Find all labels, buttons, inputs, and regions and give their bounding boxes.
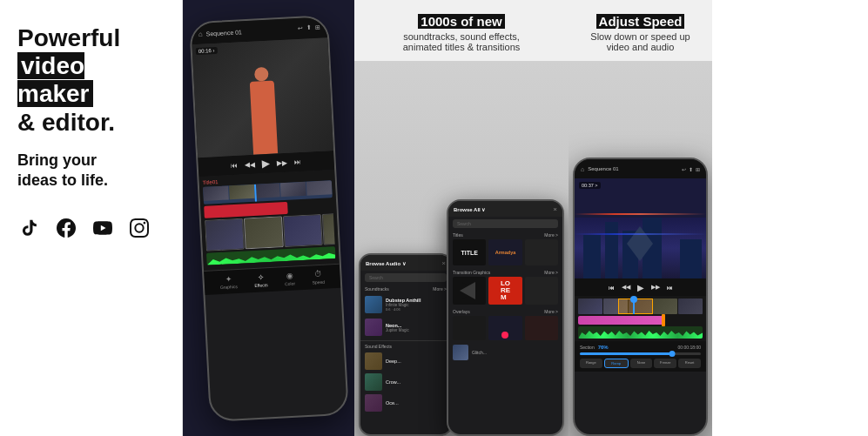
nav-color[interactable]: ◉ Color [284,271,295,286]
soundtracks-label: Soundtracks More > [360,285,451,293]
nav-effects[interactable]: ✧ Effects [253,272,267,288]
speed-time-val: 00:00:18:00 [678,345,701,350]
back-phone-audio: Browse Audio ∨ × Search Soundtracks More… [359,253,453,436]
album-art-1 [365,296,382,313]
topbar-icons: ↩ ⬆ ⊞ [297,23,320,31]
track-item-2: Neon... Jupiter Magic [360,316,451,339]
overlay-tile-2 [488,316,521,340]
fx-art-3 [365,394,382,412]
tiktok-icon[interactable] [17,216,42,240]
speed-timestamp: 00:37 > [579,182,601,189]
forward-2[interactable]: ▶▶ [651,284,660,291]
overlay-tile-1 [453,316,486,340]
speed-mode-options: Range Ramp None Freeze Reset [580,359,701,368]
speed-thumb-1 [578,298,602,314]
rewind-icon[interactable]: ◀◀ [245,160,255,169]
section-speed: Adjust Speed Slow down or speed upvideo … [569,0,712,436]
nav-label-color: Color [284,280,294,286]
speed-opt-none[interactable]: None [630,359,653,368]
soundtracks-text: Soundtracks [365,286,389,292]
skip-back-icon[interactable]: ⏮ [231,161,238,169]
skip-forward-2[interactable]: ⏭ [667,285,673,291]
play-icon[interactable]: ▶ [261,157,270,169]
browse-audio-title: Browse Audio ∨ [366,260,406,266]
youtube-icon[interactable] [91,216,115,240]
phones-container-3: Browse Audio ∨ × Search Soundtracks More… [354,61,569,436]
browse-all-search[interactable]: Search [453,219,558,228]
lorem-text: LOREM [501,280,510,301]
time-indicator: 00:16 › [195,46,217,54]
speed-opt-range[interactable]: Range [580,359,602,368]
building-1 [583,235,601,278]
pink-track [578,316,665,325]
fx-title-2: Crow... [386,379,400,385]
video-frame: 00:16 › [192,37,333,158]
speed-slider-track[interactable] [580,352,701,355]
titles-label: Titles [453,232,463,238]
share-icon: ⬆ [306,24,311,31]
export-icon-2: ⊞ [696,166,700,172]
fx-item-3: Oce... [360,392,451,413]
play-2[interactable]: ▶ [637,283,644,292]
effects-icon: ✧ [257,272,265,281]
headline-line3: & editor. [17,109,115,136]
search-placeholder: Search [369,275,383,280]
overlay-tile-3 [525,316,558,340]
speed-video-track [578,298,703,314]
section4-header: Adjust Speed Slow down or speed upvideo … [569,0,712,61]
section4-subtitle: Slow down or speed upvideo and audio [586,31,695,52]
overlays-label: Overlays [453,309,470,314]
phone-speed-mockup: ⌂ Sequence 01 ↩ ⬆ ⊞ [573,158,708,436]
speed-opt-ramp[interactable]: Ramp [604,359,629,368]
speed-opt-reset[interactable]: Reset [678,359,701,368]
front-phone-browse: Browse All ∨ × Search Titles More > TITL… [447,199,564,436]
timeline-area: Title01 [198,169,339,270]
speed-seq-title: Sequence 01 [588,166,678,171]
tagline: Bring yourideas to life. [17,151,165,191]
browse-all-close[interactable]: × [553,205,557,213]
fx-info-2: Crow... [386,379,400,385]
close-icon[interactable]: × [441,259,446,267]
trans-tile-1 [453,277,486,305]
city-video-frame: 00:37 > [575,178,706,278]
audio-search-bar[interactable]: Search [365,273,447,282]
titles-section-label: Titles More > [448,231,562,239]
fx-info-1: Deep... [386,359,401,364]
undo-icon-2: ↩ [682,166,686,172]
facebook-icon[interactable] [54,216,78,240]
orange-marker [662,314,665,326]
nav-graphics[interactable]: ✦ Graphics [219,274,238,290]
rewind-2[interactable]: ◀◀ [622,284,630,291]
browse-search-placeholder: Search [457,221,471,226]
share-icon-2: ⬆ [689,166,693,172]
fast-forward-icon[interactable]: ▶▶ [276,158,286,167]
phone-browse-audio: Browse Audio ∨ × Search Soundtracks More… [359,253,453,436]
skip-back-2[interactable]: ⏮ [609,285,615,291]
track-duration-1: 0:6 · 4:06 [386,307,421,312]
fx-art-1 [365,352,382,370]
speed-thumb-5 [678,298,703,314]
instagram-icon[interactable] [127,216,151,240]
nav-speed[interactable]: ⏱ Speed [311,269,324,285]
transitions-label: Transition Graphics [453,270,490,275]
track-info-1: Dubstep Anthill Infinite Magic 0:6 · 4:0… [386,298,421,312]
main-headline: Powerful video maker & editor. [17,24,165,137]
title-tile-3 [525,239,558,265]
speed-slider-thumb[interactable] [669,351,675,357]
light-streak-blue [575,233,706,235]
section-text: Powerful video maker & editor. Bring you… [0,0,183,436]
nav-label-effects: Effects [254,282,267,288]
building-5 [680,239,702,278]
fx-item-2: Crow... [360,372,451,392]
section-audio: 1000s of new soundtracks, sound effects,… [354,0,569,436]
fx-art-2 [365,373,382,391]
armadya-text: Armadya [495,250,516,255]
sequence-title: Sequence 01 [205,25,293,36]
nav-label-speed: Speed [312,278,325,285]
fx-title-1: Deep... [386,359,401,364]
speed-opt-freeze[interactable]: Freeze [654,359,676,368]
skip-forward-icon[interactable]: ⏭ [293,158,300,165]
title-tile-1: TITLE [453,239,486,265]
home-icon-2: ⌂ [581,166,584,172]
titles-more: More > [544,232,558,238]
